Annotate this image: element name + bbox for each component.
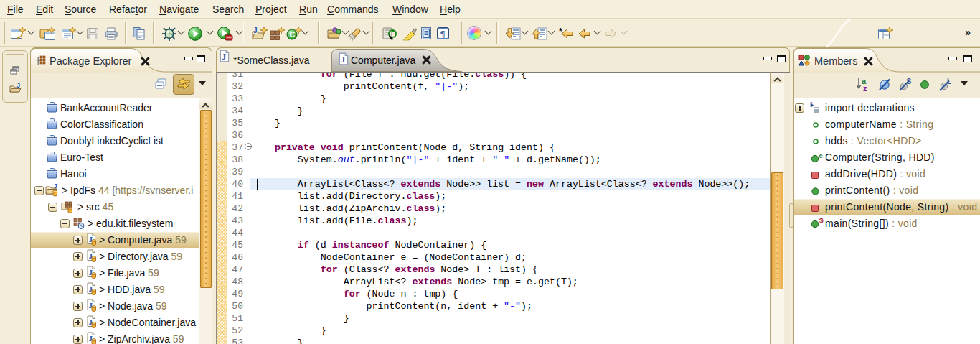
svg-text:¶: ¶: [440, 28, 446, 39]
svg-text:*: *: [559, 27, 562, 37]
svg-text:J: J: [17, 82, 20, 89]
svg-text:S: S: [819, 216, 824, 224]
svg-text:z: z: [863, 84, 867, 93]
svg-text:J: J: [222, 52, 226, 62]
svg-text:J: J: [341, 55, 345, 65]
svg-text:J: J: [253, 27, 258, 34]
svg-text:c: c: [819, 152, 824, 159]
svg-text:C: C: [290, 30, 296, 39]
